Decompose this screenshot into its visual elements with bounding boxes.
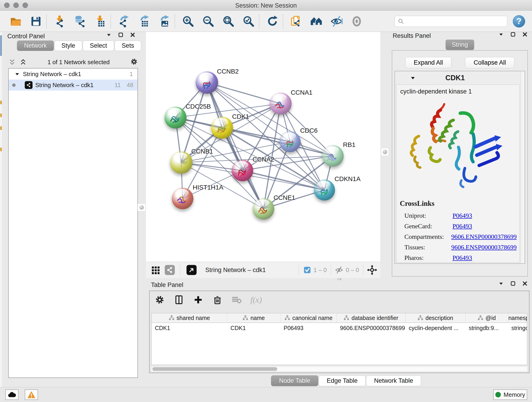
table-cell[interactable]: stringdb:9... (466, 323, 508, 333)
cloud-button[interactable] (5, 389, 19, 400)
column-header-database-identifier[interactable]: database identifier (337, 313, 405, 322)
close-panel-icon[interactable] (522, 281, 528, 287)
zoom-selected-button[interactable] (242, 15, 255, 28)
network-row[interactable]: String Network – cdk1 11 48 (9, 80, 138, 90)
table-horizontal-scrollbar[interactable] (152, 366, 527, 371)
network-canvas[interactable]: CCNB2CCNA1CDC25BCDK1CDC6RB1CCNB1CCNA2CDK… (146, 32, 380, 262)
export-image-button[interactable] (158, 15, 171, 28)
birds-eye-grid-icon[interactable] (151, 265, 161, 275)
column-header-shared-name[interactable]: shared name (152, 313, 227, 322)
table-cell[interactable]: 9606.ENSP00000378699 (337, 323, 405, 333)
float-panel-icon[interactable] (510, 281, 516, 287)
column-header--id[interactable]: @id (466, 313, 508, 322)
search-box[interactable] (394, 16, 507, 27)
table-cell[interactable]: CDK1 (152, 323, 227, 333)
import-network-database-button[interactable] (73, 15, 87, 28)
table-row[interactable]: CDK1CDK1P064939606.ENSP00000378699cyclin… (152, 323, 527, 333)
show-hidden-button[interactable] (350, 15, 363, 28)
add-column-icon[interactable] (193, 294, 204, 305)
network-options-gear-icon[interactable] (130, 58, 138, 66)
refresh-button[interactable] (266, 15, 279, 28)
fit-content-crosshair-icon[interactable] (367, 265, 377, 275)
crosslink-link[interactable]: P06493 (452, 254, 472, 262)
import-network-file-button[interactable] (53, 15, 66, 28)
hidden-eye-slash-icon[interactable] (335, 266, 343, 274)
tab-style[interactable]: Style (54, 41, 82, 51)
network-node-cdc6[interactable] (279, 131, 301, 152)
close-panel-icon[interactable] (522, 32, 528, 37)
tab-network[interactable]: Network (17, 41, 54, 51)
tab-edge-table[interactable]: Edge Table (319, 375, 366, 386)
column-header-namespace[interactable]: namespace (508, 313, 527, 322)
table-cell[interactable]: cyclin-dependent ... (405, 323, 466, 333)
column-header-description[interactable]: description (405, 313, 466, 322)
float-panel-icon[interactable] (118, 32, 124, 38)
table-cell[interactable]: stringdb (508, 323, 527, 333)
close-panel-icon[interactable] (130, 32, 136, 38)
network-node-rb1[interactable] (322, 145, 344, 167)
network-collection-row[interactable]: String Network – cdk1 1 (9, 69, 138, 80)
column-header-canonical-name[interactable]: canonical name (280, 313, 337, 322)
tab-node-table[interactable]: Node Table (271, 375, 318, 386)
tab-sets[interactable]: Sets (114, 41, 141, 51)
panel-menu-icon[interactable] (106, 32, 112, 38)
hide-selected-button[interactable] (330, 15, 343, 28)
string-home-button[interactable] (310, 15, 323, 28)
warnings-button[interactable] (25, 389, 38, 400)
search-input[interactable] (406, 18, 504, 25)
results-tab-string[interactable]: String (446, 40, 474, 50)
open-in-window-icon[interactable] (186, 265, 196, 275)
left-splitter-handle[interactable] (138, 204, 146, 211)
network-node-ccnb2[interactable] (196, 71, 218, 94)
table-cell[interactable]: P06493 (280, 323, 337, 333)
export-table-button[interactable] (138, 15, 151, 28)
table-cell[interactable]: CDK1 (227, 323, 280, 333)
network-node-hist1h1a[interactable] (172, 188, 193, 209)
network-node-cdk1[interactable] (211, 117, 233, 139)
memory-button[interactable]: Memory (493, 389, 527, 400)
right-splitter-handle[interactable] (381, 148, 389, 156)
tab-network-table[interactable]: Network Table (366, 375, 421, 386)
show-columns-icon[interactable] (173, 294, 184, 305)
network-node-cdkn1a[interactable] (314, 179, 335, 201)
network-node-ccnb1[interactable] (170, 151, 192, 174)
delete-column-trash-icon[interactable] (212, 294, 223, 305)
crosslink-link[interactable]: P06493 (452, 223, 472, 230)
network-node-ccna1[interactable] (270, 93, 292, 115)
network-node-ccna2[interactable] (232, 160, 253, 181)
scrollbar-thumb[interactable] (152, 367, 277, 371)
expand-all-button[interactable]: Expand All (405, 57, 452, 68)
panel-menu-icon[interactable] (498, 32, 504, 37)
help-button[interactable]: ? (513, 15, 525, 27)
network-node-ccne1[interactable] (253, 198, 274, 220)
open-session-button[interactable] (9, 15, 22, 28)
zoom-fit-button[interactable] (222, 15, 235, 28)
edge-ccna2-cdkn1a[interactable] (242, 171, 324, 190)
results-scrollbar[interactable] (520, 71, 524, 263)
save-session-button[interactable] (29, 15, 43, 28)
crosslink-link[interactable]: P06493 (452, 212, 472, 219)
crosslink-link[interactable]: 9606.ENSP00000378699 (451, 233, 517, 240)
import-table-button[interactable] (94, 15, 107, 28)
selected-checkbox-icon[interactable] (304, 267, 311, 274)
expand-all-icon[interactable] (19, 58, 27, 66)
clear-table-icon[interactable] (231, 294, 242, 305)
column-header-name[interactable]: name (227, 313, 280, 322)
float-panel-icon[interactable] (510, 32, 516, 37)
gene-section-header[interactable]: CDK1 (395, 71, 525, 85)
collapse-all-icon[interactable] (8, 58, 16, 66)
zoom-out-button[interactable] (202, 15, 215, 28)
panel-menu-icon[interactable] (498, 281, 504, 287)
network-share-icon[interactable] (165, 265, 175, 275)
new-network-from-selection-button[interactable] (290, 15, 303, 28)
function-builder-icon[interactable]: f(x) (250, 295, 262, 305)
collapse-all-button[interactable]: Collapse All (465, 57, 514, 68)
collection-expand-icon[interactable] (15, 71, 20, 77)
zoom-in-button[interactable] (181, 15, 195, 28)
table-options-gear-icon[interactable] (154, 294, 165, 305)
export-network-button[interactable] (117, 15, 131, 28)
crosslink-link[interactable]: 9606.ENSP00000378699 (451, 244, 517, 251)
section-collapse-icon[interactable] (410, 75, 416, 81)
tab-select[interactable]: Select (83, 41, 114, 51)
network-node-cdc25b[interactable] (165, 107, 186, 128)
